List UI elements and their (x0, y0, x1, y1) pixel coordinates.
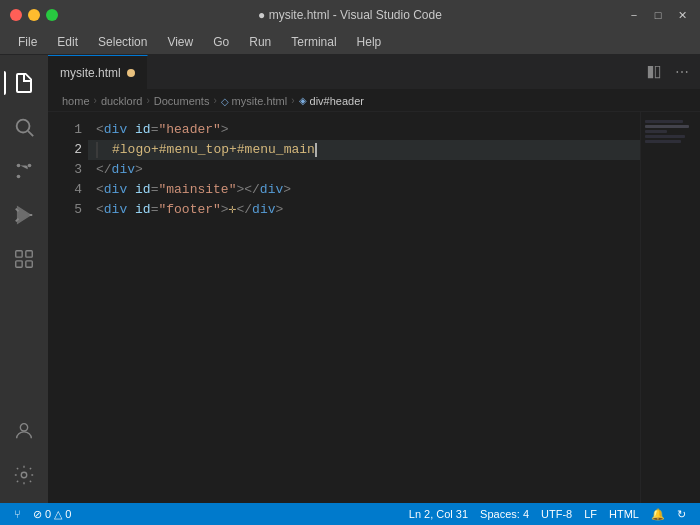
tab-bar-actions: ⋯ (642, 55, 700, 89)
line-ending-text: LF (584, 508, 597, 520)
warning-icon: △ (54, 508, 62, 521)
breadcrumb-ducklord[interactable]: ducklord (101, 95, 143, 107)
minimap (640, 112, 700, 503)
activity-bar-extensions[interactable] (4, 239, 44, 279)
svg-point-0 (17, 120, 30, 133)
minimize-button[interactable] (28, 9, 40, 21)
breadcrumb-symbol[interactable]: ◈ div#header (299, 95, 364, 107)
split-editor-button[interactable] (642, 60, 666, 84)
spaces-text: Spaces: 4 (480, 508, 529, 520)
language-text: HTML (609, 508, 639, 520)
status-right: Ln 2, Col 31 Spaces: 4 UTF-8 LF HTML 🔔 ↻ (403, 508, 692, 521)
menu-item-go[interactable]: Go (205, 33, 237, 51)
status-spaces[interactable]: Spaces: 4 (474, 508, 535, 520)
svg-line-1 (28, 131, 33, 136)
breadcrumb-sep-3: › (213, 95, 216, 106)
status-sync[interactable]: ↻ (671, 508, 692, 521)
menu-item-file[interactable]: File (10, 33, 45, 51)
status-errors[interactable]: ⊘ 0 △ 0 (27, 508, 77, 521)
svg-point-4 (17, 175, 21, 179)
activity-bar-run-debug[interactable] (4, 195, 44, 235)
menu-item-run[interactable]: Run (241, 33, 279, 51)
status-bar: ⑂ ⊘ 0 △ 0 Ln 2, Col 31 Spaces: 4 UTF-8 L… (0, 503, 700, 525)
minimap-line-3 (645, 130, 667, 133)
breadcrumb-documents[interactable]: Documents (154, 95, 210, 107)
file-icon: ◇ (221, 96, 232, 107)
minimize-window-icon[interactable]: − (626, 7, 642, 23)
breadcrumb-home[interactable]: home (62, 95, 90, 107)
svg-marker-5 (18, 207, 31, 224)
menu-item-help[interactable]: Help (349, 33, 390, 51)
minimap-line-2 (645, 125, 689, 128)
feedback-icon: 🔔 (651, 508, 665, 521)
text-cursor (315, 143, 317, 157)
code-line-3: </div> (88, 160, 640, 180)
svg-point-2 (17, 164, 21, 168)
tab-mysite-html[interactable]: mysite.html (48, 55, 148, 89)
encoding-text: UTF-8 (541, 508, 572, 520)
menu-item-edit[interactable]: Edit (49, 33, 86, 51)
breadcrumb-file[interactable]: ◇ mysite.html (221, 95, 287, 107)
svg-point-11 (21, 472, 27, 478)
svg-point-3 (28, 164, 32, 168)
close-button[interactable] (10, 9, 22, 21)
menu-item-selection[interactable]: Selection (90, 33, 155, 51)
status-line-ending[interactable]: LF (578, 508, 603, 520)
svg-rect-8 (16, 261, 22, 267)
tab-label: mysite.html (60, 66, 121, 80)
minimap-line-5 (645, 140, 681, 143)
activity-bar-source-control[interactable] (4, 151, 44, 191)
title-bar: ● mysite.html - Visual Studio Code − □ ✕ (0, 0, 700, 30)
errors-count: 0 (45, 508, 51, 520)
restore-window-icon[interactable]: □ (650, 7, 666, 23)
status-encoding[interactable]: UTF-8 (535, 508, 578, 520)
title-right-controls: − □ ✕ (626, 7, 690, 23)
maximize-button[interactable] (46, 9, 58, 21)
tab-modified-dot (127, 69, 135, 77)
svg-point-10 (20, 424, 27, 431)
svg-rect-9 (26, 261, 32, 267)
menu-item-terminal[interactable]: Terminal (283, 33, 344, 51)
warnings-count: 0 (65, 508, 71, 520)
sync-icon: ↻ (677, 508, 686, 521)
svg-rect-6 (16, 251, 22, 257)
activity-bar (0, 55, 48, 503)
svg-rect-7 (26, 251, 32, 257)
code-line-1: <div id="header"> (88, 120, 640, 140)
status-position[interactable]: Ln 2, Col 31 (403, 508, 474, 520)
status-feedback[interactable]: 🔔 (645, 508, 671, 521)
line-num-2: 2 (48, 140, 82, 160)
minimap-line-4 (645, 135, 685, 138)
status-git-branch[interactable]: ⑂ (8, 508, 27, 520)
activity-bar-accounts[interactable] (4, 411, 44, 451)
main-layout: mysite.html ⋯ home › ducklord › Document… (0, 55, 700, 503)
tab-bar: mysite.html ⋯ (48, 55, 700, 90)
status-language[interactable]: HTML (603, 508, 645, 520)
line-num-4: 4 (48, 180, 82, 200)
breadcrumb-sep-2: › (146, 95, 149, 106)
status-left: ⑂ ⊘ 0 △ 0 (8, 508, 77, 521)
activity-bar-bottom (4, 411, 44, 495)
activity-bar-search[interactable] (4, 107, 44, 147)
code-editor[interactable]: 1 2 3 4 5 <div id="header"> #logo+#menu_… (48, 112, 640, 503)
activity-bar-explorer[interactable] (4, 63, 44, 103)
line-num-5: 5 (48, 200, 82, 220)
activity-bar-settings[interactable] (4, 455, 44, 495)
minimap-line-1 (645, 120, 683, 123)
close-window-icon[interactable]: ✕ (674, 7, 690, 23)
more-actions-button[interactable]: ⋯ (670, 60, 694, 84)
menu-item-view[interactable]: View (159, 33, 201, 51)
editor-with-minimap: 1 2 3 4 5 <div id="header"> #logo+#menu_… (48, 112, 700, 503)
git-branch-icon: ⑂ (14, 508, 21, 520)
line-num-1: 1 (48, 120, 82, 140)
line-numbers: 1 2 3 4 5 (48, 112, 88, 503)
breadcrumb: home › ducklord › Documents › ◇ mysite.h… (48, 90, 700, 112)
breadcrumb-sep-1: › (94, 95, 97, 106)
window-title: ● mysite.html - Visual Studio Code (258, 8, 442, 22)
error-icon: ⊘ (33, 508, 42, 521)
breadcrumb-sep-4: › (291, 95, 294, 106)
indent-guide (96, 142, 98, 158)
code-content[interactable]: <div id="header"> #logo+#menu_top+#menu_… (88, 112, 640, 503)
position-text: Ln 2, Col 31 (409, 508, 468, 520)
menu-bar: FileEditSelectionViewGoRunTerminalHelp (0, 30, 700, 55)
